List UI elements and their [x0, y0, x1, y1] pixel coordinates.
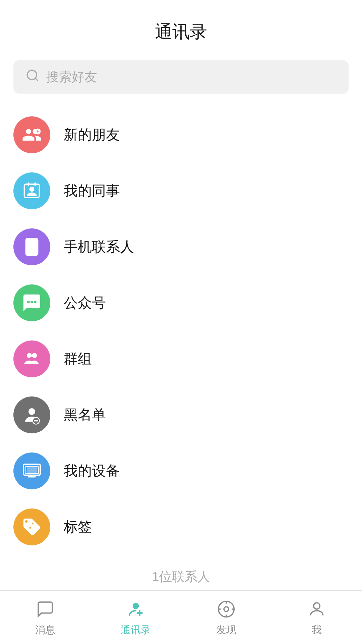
menu-item-groups[interactable]: 群组 [13, 331, 349, 387]
search-input[interactable] [46, 70, 337, 84]
public-account-icon [13, 284, 50, 321]
contacts-nav-label: 通讯录 [121, 623, 151, 637]
search-container [13, 60, 349, 94]
phone-contacts-icon [13, 228, 50, 265]
svg-point-26 [133, 603, 139, 609]
svg-point-35 [314, 603, 320, 609]
blacklist-label: 黑名单 [64, 406, 106, 424]
svg-point-30 [224, 607, 229, 611]
svg-point-5 [29, 187, 35, 192]
me-nav-label: 我 [312, 623, 322, 637]
nav-item-discover[interactable]: 发现 [181, 598, 272, 637]
menu-list: + 新的朋友 我的同事 [0, 107, 362, 555]
page-title: 通讯录 [155, 22, 207, 41]
menu-item-my-devices[interactable]: 我的设备 [13, 443, 349, 499]
nav-item-messages[interactable]: 消息 [0, 598, 90, 637]
svg-point-17 [30, 357, 34, 361]
messages-nav-label: 消息 [35, 623, 55, 637]
svg-point-24 [32, 523, 34, 525]
tags-icon [13, 508, 50, 545]
svg-rect-7 [35, 182, 36, 186]
phone-contacts-label: 手机联系人 [64, 237, 134, 256]
bottom-nav: 消息 通讯录 发现 [0, 590, 362, 644]
search-icon [25, 68, 40, 86]
colleagues-icon [13, 172, 50, 209]
svg-point-14 [34, 301, 37, 304]
blacklist-icon [13, 396, 50, 433]
menu-item-phone-contacts[interactable]: 手机联系人 [13, 219, 349, 275]
my-devices-icon [13, 452, 50, 489]
nav-item-contacts[interactable]: 通讯录 [90, 598, 181, 637]
contacts-nav-icon [124, 598, 147, 621]
svg-point-11 [31, 253, 33, 255]
menu-item-tags[interactable]: 标签 [13, 499, 349, 555]
menu-item-new-friends[interactable]: + 新的朋友 [13, 107, 349, 163]
tags-label: 标签 [64, 518, 92, 536]
discover-nav-icon [215, 598, 238, 621]
new-friends-label: 新的朋友 [64, 125, 120, 144]
groups-icon [13, 340, 50, 377]
svg-line-1 [35, 78, 38, 81]
svg-rect-6 [28, 182, 29, 186]
svg-point-13 [31, 301, 33, 304]
discover-nav-label: 发现 [216, 623, 236, 637]
page-header: 通讯录 [0, 0, 362, 54]
my-devices-label: 我的设备 [64, 462, 120, 480]
menu-item-public-account[interactable]: 公众号 [13, 275, 349, 331]
svg-point-12 [27, 301, 30, 304]
menu-item-blacklist[interactable]: 黑名单 [13, 387, 349, 443]
svg-point-9 [29, 243, 35, 248]
svg-text:+: + [37, 129, 39, 134]
svg-point-18 [28, 408, 35, 415]
nav-item-me[interactable]: 我 [272, 598, 362, 637]
svg-point-25 [29, 527, 31, 529]
me-nav-icon [305, 598, 328, 621]
menu-item-colleagues[interactable]: 我的同事 [13, 163, 349, 219]
public-account-label: 公众号 [64, 293, 106, 312]
new-friends-icon: + [13, 116, 50, 153]
groups-label: 群组 [64, 350, 92, 368]
svg-point-0 [27, 70, 37, 79]
colleagues-label: 我的同事 [64, 181, 120, 200]
messages-nav-icon [34, 598, 57, 621]
